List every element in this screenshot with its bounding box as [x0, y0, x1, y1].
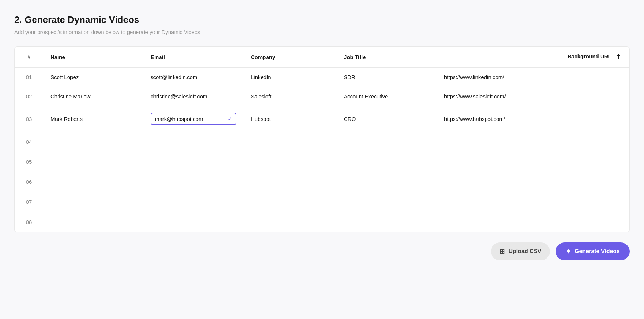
upload-csv-button[interactable]: ⊞ Upload CSV — [491, 242, 550, 260]
table-row: 05 — [15, 152, 629, 172]
col-header-background-url: Background URL ⬆ — [437, 47, 629, 68]
email-input-text: mark@hubspot.com — [155, 116, 225, 122]
table-header-row: # Name Email Company Job Title Backgroun… — [15, 47, 629, 68]
cell-company — [244, 212, 337, 232]
cell-company — [244, 172, 337, 192]
cell-email — [143, 152, 244, 172]
cell-email: christine@salesloft.com — [143, 87, 244, 106]
prospects-table: # Name Email Company Job Title Backgroun… — [15, 47, 629, 232]
cell-job-title — [337, 172, 437, 192]
cell-job-title: SDR — [337, 68, 437, 87]
table-row: 08 — [15, 212, 629, 232]
cell-name — [43, 172, 143, 192]
cell-num: 02 — [15, 87, 43, 106]
cell-num: 07 — [15, 192, 43, 212]
cell-email — [143, 132, 244, 152]
generate-videos-button[interactable]: ✦ Generate Videos — [556, 242, 630, 260]
cell-name: Christine Marlow — [43, 87, 143, 106]
cell-job-title: Account Executive — [337, 87, 437, 106]
cell-job-title: CRO — [337, 106, 437, 132]
cell-background-url: https://www.linkedin.com/ — [437, 68, 629, 87]
cell-background-url: https://www.salesloft.com/ — [437, 87, 629, 106]
cell-name — [43, 152, 143, 172]
check-icon: ✓ — [228, 116, 232, 122]
cell-company — [244, 152, 337, 172]
cell-num: 05 — [15, 152, 43, 172]
cell-email — [143, 212, 244, 232]
col-header-email: Email — [143, 47, 244, 68]
cell-num: 03 — [15, 106, 43, 132]
cell-background-url — [437, 192, 629, 212]
table-row: 06 — [15, 172, 629, 192]
cell-num: 04 — [15, 132, 43, 152]
upload-csv-label: Upload CSV — [508, 248, 541, 255]
cell-num: 08 — [15, 212, 43, 232]
prospects-table-container: # Name Email Company Job Title Backgroun… — [14, 46, 630, 232]
cell-email: scott@linkedin.com — [143, 68, 244, 87]
cell-num: 06 — [15, 172, 43, 192]
table-row: 03Mark Robertsmark@hubspot.com✓HubspotCR… — [15, 106, 629, 132]
wand-icon: ✦ — [566, 247, 571, 255]
table-row: 07 — [15, 192, 629, 212]
cell-company — [244, 192, 337, 212]
cell-company: Hubspot — [244, 106, 337, 132]
cell-name: Scott Lopez — [43, 68, 143, 87]
cell-background-url — [437, 132, 629, 152]
cell-company: LinkedIn — [244, 68, 337, 87]
cell-background-url: https://www.hubspot.com/ — [437, 106, 629, 132]
cell-name: Mark Roberts — [43, 106, 143, 132]
table-row: 01Scott Lopezscott@linkedin.comLinkedInS… — [15, 68, 629, 87]
cell-name — [43, 192, 143, 212]
col-header-job-title: Job Title — [337, 47, 437, 68]
col-header-num: # — [15, 47, 43, 68]
cell-name — [43, 212, 143, 232]
cell-num: 01 — [15, 68, 43, 87]
cell-background-url — [437, 152, 629, 172]
email-input-active[interactable]: mark@hubspot.com✓ — [151, 113, 236, 125]
page-title: 2. Generate Dynamic Videos — [14, 14, 630, 25]
cell-job-title — [337, 132, 437, 152]
cell-background-url — [437, 212, 629, 232]
table-row: 04 — [15, 132, 629, 152]
cell-name — [43, 132, 143, 152]
cell-job-title — [337, 152, 437, 172]
grid-icon: ⊞ — [499, 247, 505, 255]
upload-icon: ⬆ — [616, 54, 621, 60]
bottom-bar: ⊞ Upload CSV ✦ Generate Videos — [14, 242, 630, 260]
table-row: 02Christine Marlowchristine@salesloft.co… — [15, 87, 629, 106]
cell-email — [143, 172, 244, 192]
page-subtitle: Add your prospect's information down bel… — [14, 29, 630, 35]
cell-company — [244, 132, 337, 152]
cell-background-url — [437, 172, 629, 192]
col-header-company: Company — [244, 47, 337, 68]
cell-job-title — [337, 192, 437, 212]
cell-job-title — [337, 212, 437, 232]
cell-email[interactable]: mark@hubspot.com✓ — [143, 106, 244, 132]
cell-email — [143, 192, 244, 212]
col-header-name: Name — [43, 47, 143, 68]
cell-company: Salesloft — [244, 87, 337, 106]
generate-videos-label: Generate Videos — [575, 248, 620, 255]
